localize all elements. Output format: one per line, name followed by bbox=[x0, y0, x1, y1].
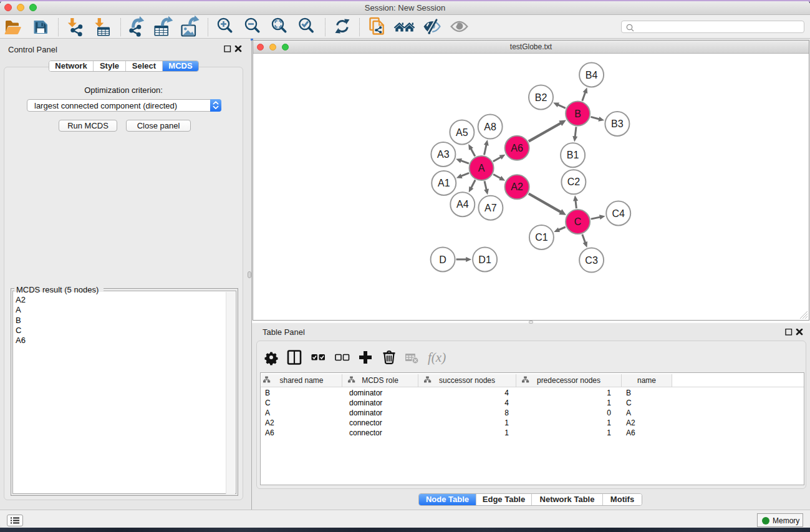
svg-text:A7: A7 bbox=[485, 203, 497, 213]
svg-text:A6: A6 bbox=[511, 143, 523, 153]
svg-text:A4: A4 bbox=[456, 199, 469, 210]
svg-text:B: B bbox=[574, 109, 581, 119]
svg-text:D1: D1 bbox=[478, 254, 491, 265]
svg-text:A8: A8 bbox=[484, 122, 496, 132]
svg-text:C2: C2 bbox=[567, 177, 581, 187]
svg-text:B4: B4 bbox=[586, 70, 598, 80]
svg-text:A5: A5 bbox=[456, 127, 468, 138]
svg-text:B3: B3 bbox=[611, 118, 624, 129]
svg-text:D: D bbox=[439, 254, 446, 265]
svg-text:A1: A1 bbox=[438, 178, 450, 188]
svg-text:C3: C3 bbox=[585, 255, 598, 266]
svg-text:A3: A3 bbox=[437, 149, 450, 160]
svg-text:C1: C1 bbox=[535, 232, 548, 243]
svg-text:C: C bbox=[574, 216, 582, 227]
svg-text:C4: C4 bbox=[612, 208, 625, 219]
svg-text:A: A bbox=[478, 163, 485, 173]
svg-text:f(x): f(x) bbox=[428, 350, 446, 365]
svg-text:B2: B2 bbox=[535, 92, 547, 103]
svg-text:A2: A2 bbox=[511, 181, 523, 192]
svg-text:B1: B1 bbox=[567, 150, 579, 160]
